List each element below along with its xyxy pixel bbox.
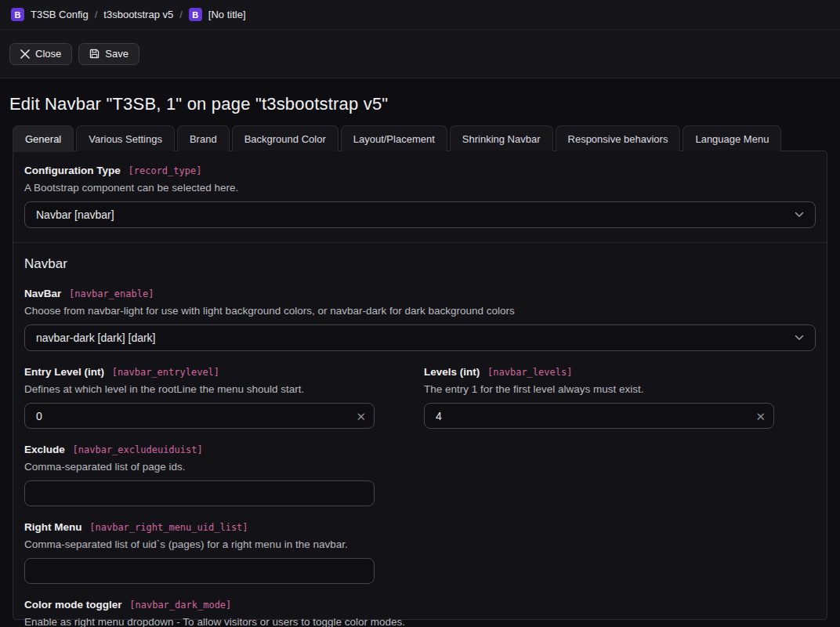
field-key: [navbar_levels] [487,367,572,378]
close-button-label: Close [35,48,61,60]
tab-shrinking-navbar[interactable]: Shrinking Navbar [450,125,553,151]
breadcrumb-separator: / [95,9,98,20]
page-title: Edit Navbar "T3SB, 1" on page "t3sbootst… [9,94,827,114]
field-key: [navbar_excludeuiduist] [73,444,203,455]
tab-language-menu[interactable]: Language Menu [682,125,781,151]
exclude-input[interactable] [24,480,375,506]
field-key: [navbar_dark_mode] [129,600,231,611]
entry-level-input[interactable] [24,403,375,429]
tab-bar: General Various Settings Brand Backgroun… [13,125,827,151]
field-configuration-type: Configuration Type [record_type] A Boots… [24,165,816,228]
field-key: [navbar_entrylevel] [112,367,219,378]
field-key: [navbar_right_menu_uid_list] [89,522,248,533]
close-icon [20,49,30,59]
field-label: Right Menu [24,521,82,533]
field-label: Entry Level (int) [24,366,104,378]
section-navbar: Navbar NavBar [navbar_enable] Choose fro… [13,243,827,627]
field-description: Enable as right menu dropdown - To allow… [24,616,816,627]
chevron-down-icon [795,335,804,341]
save-icon [89,49,100,59]
tab-background-color[interactable]: Background Color [232,125,339,151]
field-label: Configuration Type [24,165,121,176]
save-button[interactable]: Save [78,43,139,65]
field-description: A Bootstrap component can be selected he… [24,182,816,194]
field-description: Comma-separated list of uid`s (pages) fo… [24,538,816,550]
field-key: [record_type] [129,165,202,176]
field-key: [navbar_enable] [69,288,154,299]
field-label: Color mode toggler [24,599,122,611]
save-button-label: Save [105,48,129,60]
close-button[interactable]: Close [9,43,72,65]
field-label: Levels (int) [424,366,480,378]
field-exclude: Exclude [navbar_excludeuiduist] Comma-se… [24,444,816,506]
toolbar: Close Save [0,30,840,78]
field-row: Entry Level (int) [navbar_entrylevel] De… [24,366,816,444]
field-entry-level: Entry Level (int) [navbar_entrylevel] De… [24,366,375,429]
field-levels: Levels (int) [navbar_levels] The entry 1… [424,366,774,444]
breadcrumb-separator: / [179,9,183,20]
field-description: Defines at which level in the rootLine t… [24,383,375,395]
breadcrumb-item-config[interactable]: T3SB Config [31,9,89,20]
module-body: Edit Navbar "T3SB, 1" on page "t3sbootst… [0,78,840,620]
select-value: Navbar [navbar] [36,208,114,221]
breadcrumb: B T3SB Config / t3sbootstrap v5 / B [No … [0,0,840,30]
doc-header: B T3SB Config / t3sbootstrap v5 / B [No … [0,0,840,78]
field-description: The entry 1 for the first level always m… [424,383,774,395]
record-type-icon: B [11,8,24,21]
clear-input-icon[interactable]: ✕ [755,410,766,422]
tab-general[interactable]: General [13,125,74,152]
right-menu-input[interactable] [24,558,375,584]
field-right-menu: Right Menu [navbar_right_menu_uid_list] … [24,521,816,584]
field-color-mode-toggler: Color mode toggler [navbar_dark_mode] En… [24,599,816,627]
field-label: NavBar [24,288,61,299]
field-description: Choose from navbar-light for use with li… [24,305,816,317]
field-label: Exclude [24,444,65,455]
record-type-icon: B [189,8,202,21]
field-description: Comma-separated list of page ids. [24,461,816,473]
tab-responsive-behaviors[interactable]: Responsive behaviors [556,125,681,151]
tab-various-settings[interactable]: Various Settings [76,125,175,151]
tab-panel-general: Configuration Type [record_type] A Boots… [13,150,827,620]
tab-brand[interactable]: Brand [177,125,230,151]
section-configuration-type: Configuration Type [record_type] A Boots… [13,151,827,242]
tab-layout-placement[interactable]: Layout/Placement [341,125,447,151]
chevron-down-icon [795,212,804,218]
configuration-type-select[interactable]: Navbar [navbar] [24,201,816,228]
select-value: navbar-dark [dark] [dark] [36,332,156,344]
field-navbar-enable: NavBar [navbar_enable] Choose from navba… [24,288,816,351]
breadcrumb-item-record: [No title] [208,9,246,20]
clear-input-icon[interactable]: ✕ [356,410,366,422]
levels-input[interactable] [424,403,774,429]
navbar-enable-select[interactable]: navbar-dark [dark] [dark] [24,324,816,351]
breadcrumb-item-page[interactable]: t3sbootstrap v5 [103,9,173,20]
section-title: Navbar [24,256,816,272]
